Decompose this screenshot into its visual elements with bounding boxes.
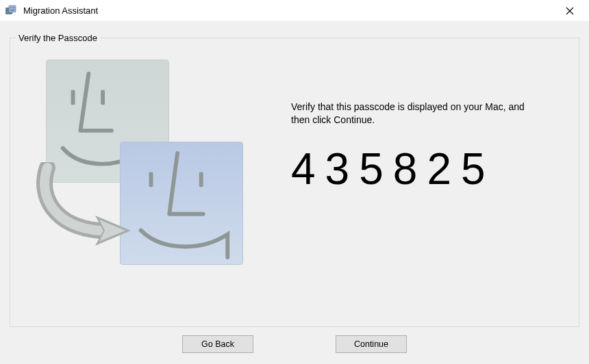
migration-illustration (46, 60, 279, 285)
group-legend: Verify the Passcode (16, 33, 100, 43)
verify-passcode-group: Verify the Passcode (10, 33, 579, 327)
migration-assistant-icon (4, 4, 18, 18)
svg-rect-1 (9, 5, 16, 12)
svg-rect-6 (71, 90, 75, 105)
close-button[interactable] (556, 1, 584, 21)
svg-point-3 (13, 7, 14, 8)
finder-face-front-icon (120, 142, 243, 265)
close-icon (566, 7, 574, 15)
svg-point-2 (10, 7, 12, 8)
group-content: Verify that this passcode is displayed o… (10, 43, 579, 326)
titlebar: Migration Assistant (0, 0, 589, 22)
passcode-display: 435825 (291, 147, 565, 191)
svg-rect-8 (149, 172, 153, 187)
svg-rect-9 (199, 172, 203, 187)
continue-button[interactable]: Continue (336, 335, 407, 353)
go-back-button[interactable]: Go Back (182, 335, 253, 353)
window-title: Migration Assistant (23, 5, 98, 16)
client-area: Verify the Passcode (0, 22, 589, 364)
instruction-text: Verify that this passcode is displayed o… (291, 101, 538, 127)
right-column: Verify that this passcode is displayed o… (291, 101, 565, 191)
window: Migration Assistant Verify the Passcode (0, 0, 589, 364)
svg-rect-7 (101, 90, 105, 105)
button-row: Go Back Continue (10, 327, 579, 357)
